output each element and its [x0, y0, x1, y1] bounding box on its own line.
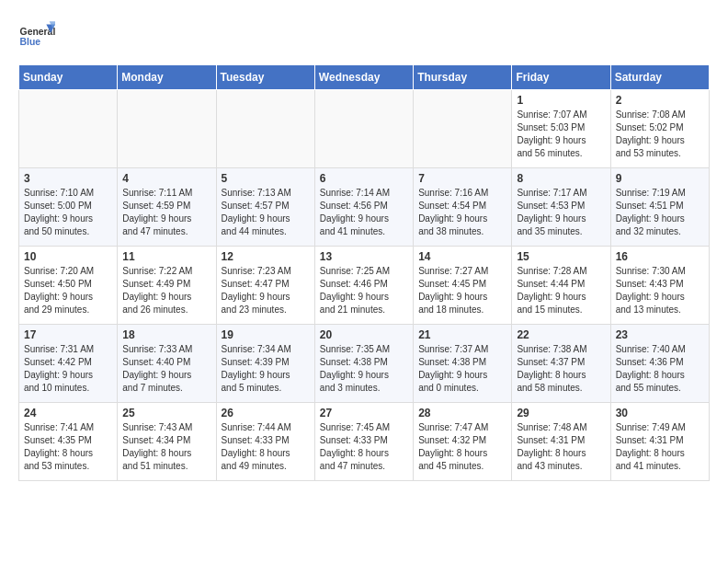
day-info: Sunrise: 7:44 AM Sunset: 4:33 PM Dayligh… [222, 421, 310, 473]
day-cell-30: 30Sunrise: 7:49 AM Sunset: 4:31 PM Dayli… [610, 403, 709, 481]
day-cell-9: 9Sunrise: 7:19 AM Sunset: 4:51 PM Daylig… [610, 168, 709, 247]
day-number: 20 [320, 328, 408, 341]
day-info: Sunrise: 7:22 AM Sunset: 4:49 PM Dayligh… [122, 265, 210, 316]
day-number: 5 [222, 172, 310, 185]
empty-cell [118, 90, 216, 168]
day-info: Sunrise: 7:16 AM Sunset: 4:54 PM Dayligh… [418, 187, 506, 238]
day-number: 24 [24, 407, 112, 419]
day-info: Sunrise: 7:47 AM Sunset: 4:32 PM Dayligh… [418, 421, 506, 473]
day-number: 16 [616, 250, 704, 263]
day-info: Sunrise: 7:49 AM Sunset: 4:31 PM Dayligh… [616, 421, 704, 473]
svg-text:Blue: Blue [20, 37, 41, 47]
day-number: 1 [517, 94, 605, 107]
day-number: 23 [616, 328, 704, 341]
week-row-1: 1Sunrise: 7:07 AM Sunset: 5:03 PM Daylig… [19, 90, 710, 168]
day-info: Sunrise: 7:35 AM Sunset: 4:38 PM Dayligh… [320, 343, 408, 395]
day-cell-11: 11Sunrise: 7:22 AM Sunset: 4:49 PM Dayli… [118, 247, 216, 325]
day-number: 14 [418, 250, 506, 263]
day-cell-22: 22Sunrise: 7:38 AM Sunset: 4:37 PM Dayli… [512, 325, 610, 403]
calendar-table: SundayMondayTuesdayWednesdayThursdayFrid… [18, 64, 710, 481]
day-number: 26 [222, 407, 310, 419]
day-number: 9 [616, 172, 704, 185]
day-cell-4: 4Sunrise: 7:11 AM Sunset: 4:59 PM Daylig… [118, 168, 216, 247]
day-info: Sunrise: 7:14 AM Sunset: 4:56 PM Dayligh… [320, 187, 408, 238]
day-cell-13: 13Sunrise: 7:25 AM Sunset: 4:46 PM Dayli… [314, 247, 413, 325]
day-number: 18 [122, 328, 210, 341]
day-info: Sunrise: 7:27 AM Sunset: 4:45 PM Dayligh… [418, 265, 506, 316]
day-cell-23: 23Sunrise: 7:40 AM Sunset: 4:36 PM Dayli… [610, 325, 709, 403]
day-cell-21: 21Sunrise: 7:37 AM Sunset: 4:38 PM Dayli… [414, 325, 512, 403]
day-number: 25 [122, 407, 210, 419]
day-header-monday: Monday [118, 65, 216, 90]
day-info: Sunrise: 7:11 AM Sunset: 4:59 PM Dayligh… [122, 187, 210, 238]
day-info: Sunrise: 7:40 AM Sunset: 4:36 PM Dayligh… [616, 343, 704, 395]
day-number: 11 [122, 250, 210, 263]
day-cell-16: 16Sunrise: 7:30 AM Sunset: 4:43 PM Dayli… [610, 247, 709, 325]
week-row-5: 24Sunrise: 7:41 AM Sunset: 4:35 PM Dayli… [19, 403, 710, 481]
week-row-4: 17Sunrise: 7:31 AM Sunset: 4:42 PM Dayli… [19, 325, 710, 403]
day-cell-17: 17Sunrise: 7:31 AM Sunset: 4:42 PM Dayli… [19, 325, 118, 403]
day-number: 27 [320, 407, 408, 419]
empty-cell [414, 90, 512, 168]
day-number: 13 [320, 250, 408, 263]
day-cell-27: 27Sunrise: 7:45 AM Sunset: 4:33 PM Dayli… [314, 403, 413, 481]
day-header-sunday: Sunday [19, 65, 118, 90]
week-row-2: 3Sunrise: 7:10 AM Sunset: 5:00 PM Daylig… [19, 168, 710, 247]
day-cell-25: 25Sunrise: 7:43 AM Sunset: 4:34 PM Dayli… [118, 403, 216, 481]
day-info: Sunrise: 7:37 AM Sunset: 4:38 PM Dayligh… [418, 343, 506, 395]
day-info: Sunrise: 7:25 AM Sunset: 4:46 PM Dayligh… [320, 265, 408, 316]
day-cell-3: 3Sunrise: 7:10 AM Sunset: 5:00 PM Daylig… [19, 168, 118, 247]
day-cell-18: 18Sunrise: 7:33 AM Sunset: 4:40 PM Dayli… [118, 325, 216, 403]
empty-cell [19, 90, 118, 168]
day-info: Sunrise: 7:08 AM Sunset: 5:02 PM Dayligh… [616, 109, 704, 160]
day-cell-8: 8Sunrise: 7:17 AM Sunset: 4:53 PM Daylig… [512, 168, 610, 247]
day-cell-24: 24Sunrise: 7:41 AM Sunset: 4:35 PM Dayli… [19, 403, 118, 481]
day-number: 17 [24, 328, 112, 341]
week-row-3: 10Sunrise: 7:20 AM Sunset: 4:50 PM Dayli… [19, 247, 710, 325]
day-cell-5: 5Sunrise: 7:13 AM Sunset: 4:57 PM Daylig… [216, 168, 314, 247]
day-header-tuesday: Tuesday [216, 65, 314, 90]
day-cell-26: 26Sunrise: 7:44 AM Sunset: 4:33 PM Dayli… [216, 403, 314, 481]
day-header-saturday: Saturday [610, 65, 709, 90]
day-cell-20: 20Sunrise: 7:35 AM Sunset: 4:38 PM Dayli… [314, 325, 413, 403]
logo: General Blue [18, 18, 55, 55]
day-cell-1: 1Sunrise: 7:07 AM Sunset: 5:03 PM Daylig… [512, 90, 610, 168]
day-cell-10: 10Sunrise: 7:20 AM Sunset: 4:50 PM Dayli… [19, 247, 118, 325]
day-info: Sunrise: 7:20 AM Sunset: 4:50 PM Dayligh… [24, 265, 112, 316]
day-info: Sunrise: 7:31 AM Sunset: 4:42 PM Dayligh… [24, 343, 112, 395]
day-number: 28 [418, 407, 506, 419]
day-number: 29 [517, 407, 605, 419]
day-number: 30 [616, 407, 704, 419]
day-info: Sunrise: 7:13 AM Sunset: 4:57 PM Dayligh… [222, 187, 310, 238]
page-header: General Blue [18, 18, 710, 55]
day-cell-2: 2Sunrise: 7:08 AM Sunset: 5:02 PM Daylig… [610, 90, 709, 168]
empty-cell [314, 90, 413, 168]
day-number: 2 [616, 94, 704, 107]
day-info: Sunrise: 7:23 AM Sunset: 4:47 PM Dayligh… [222, 265, 310, 316]
day-info: Sunrise: 7:17 AM Sunset: 4:53 PM Dayligh… [517, 187, 605, 238]
day-number: 15 [517, 250, 605, 263]
day-info: Sunrise: 7:10 AM Sunset: 5:00 PM Dayligh… [24, 187, 112, 238]
day-cell-12: 12Sunrise: 7:23 AM Sunset: 4:47 PM Dayli… [216, 247, 314, 325]
day-cell-15: 15Sunrise: 7:28 AM Sunset: 4:44 PM Dayli… [512, 247, 610, 325]
day-cell-29: 29Sunrise: 7:48 AM Sunset: 4:31 PM Dayli… [512, 403, 610, 481]
day-cell-6: 6Sunrise: 7:14 AM Sunset: 4:56 PM Daylig… [314, 168, 413, 247]
day-info: Sunrise: 7:38 AM Sunset: 4:37 PM Dayligh… [517, 343, 605, 395]
empty-cell [216, 90, 314, 168]
day-number: 4 [122, 172, 210, 185]
day-cell-19: 19Sunrise: 7:34 AM Sunset: 4:39 PM Dayli… [216, 325, 314, 403]
day-number: 3 [24, 172, 112, 185]
day-cell-14: 14Sunrise: 7:27 AM Sunset: 4:45 PM Dayli… [414, 247, 512, 325]
calendar-body: 1Sunrise: 7:07 AM Sunset: 5:03 PM Daylig… [19, 90, 710, 481]
day-number: 19 [222, 328, 310, 341]
day-number: 21 [418, 328, 506, 341]
day-number: 22 [517, 328, 605, 341]
day-number: 7 [418, 172, 506, 185]
day-header-wednesday: Wednesday [314, 65, 413, 90]
calendar-header-row: SundayMondayTuesdayWednesdayThursdayFrid… [19, 65, 710, 90]
day-info: Sunrise: 7:43 AM Sunset: 4:34 PM Dayligh… [122, 421, 210, 473]
day-info: Sunrise: 7:28 AM Sunset: 4:44 PM Dayligh… [517, 265, 605, 316]
day-header-thursday: Thursday [414, 65, 512, 90]
day-info: Sunrise: 7:33 AM Sunset: 4:40 PM Dayligh… [122, 343, 210, 395]
day-info: Sunrise: 7:48 AM Sunset: 4:31 PM Dayligh… [517, 421, 605, 473]
